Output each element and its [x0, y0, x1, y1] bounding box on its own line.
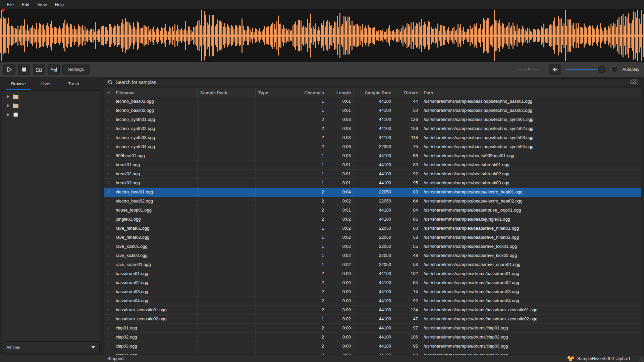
cell-type[interactable] — [256, 197, 297, 206]
cell-length[interactable]: 0:00 — [327, 297, 354, 306]
favorite-star-icon[interactable]: ☆ — [104, 106, 113, 115]
cell-bitrate[interactable]: 47 — [394, 315, 421, 324]
cell-type[interactable] — [256, 278, 297, 287]
cell-bitrate[interactable]: 102 — [394, 269, 421, 278]
settings-button[interactable]: Settings — [62, 64, 90, 75]
cell-filename[interactable]: bassdrum_acoustic01.ogg — [113, 306, 198, 315]
cell-path[interactable]: /usr/share/lmms/samples/bassloops/techno… — [421, 124, 641, 133]
cell-bitrate[interactable]: 68 — [394, 151, 421, 161]
cell-sample-rate[interactable]: 44100 — [354, 170, 394, 179]
cell-filename[interactable]: 909beat01.ogg — [113, 151, 198, 161]
cell-path[interactable]: /usr/share/lmms/samples/beats/electro_be… — [421, 197, 641, 206]
table-row[interactable]: ☆techno_bass02.ogg10:014410050/usr/share… — [104, 106, 641, 115]
cell-sample-rate[interactable]: 44100 — [354, 269, 394, 278]
cell-path[interactable]: /usr/share/lmms/samples/drums/bassdrum_a… — [421, 306, 641, 315]
table-row[interactable]: ☆electro_beat01.ogg20:042205083/usr/shar… — [104, 188, 641, 197]
cell-bitrate[interactable]: 48 — [394, 251, 421, 260]
cell-type[interactable] — [256, 224, 297, 233]
favorite-star-icon[interactable]: ☆ — [104, 306, 113, 315]
cell-type[interactable] — [256, 151, 297, 161]
cell-length[interactable]: 0:03 — [327, 133, 354, 142]
cell-bitrate[interactable]: 53 — [394, 260, 421, 269]
cell-path[interactable]: /usr/share/lmms/samples/drums/bassdrum_a… — [421, 315, 641, 324]
cell-sample-pack[interactable] — [198, 287, 256, 297]
menu-file[interactable]: File — [3, 1, 18, 8]
cell-length[interactable]: 0:01 — [327, 161, 354, 170]
favorite-star-icon[interactable]: ☆ — [104, 124, 113, 133]
cell-filename[interactable]: techno_synth01.ogg — [113, 115, 198, 124]
cell-sample-pack[interactable] — [198, 215, 256, 224]
favorite-star-icon[interactable]: ☆ — [104, 151, 113, 161]
cell-type[interactable] — [256, 133, 297, 142]
favorite-star-icon[interactable]: ☆ — [104, 115, 113, 124]
cell-channels[interactable]: 1 — [297, 224, 327, 233]
cell-sample-pack[interactable] — [198, 142, 256, 151]
menu-help[interactable]: Help — [51, 1, 68, 8]
favorite-star-icon[interactable]: ☆ — [104, 233, 113, 242]
cell-channels[interactable]: 2 — [297, 115, 327, 124]
cell-sample-rate[interactable]: 44100 — [354, 97, 394, 106]
cell-length[interactable]: 0:02 — [327, 315, 354, 324]
cell-path[interactable]: /usr/share/lmms/samples/bassloops/techno… — [421, 142, 641, 151]
cell-path[interactable]: /usr/share/lmms/samples/beats/rave_hihat… — [421, 233, 641, 242]
cell-bitrate[interactable]: 92 — [394, 170, 421, 179]
favorite-star-icon[interactable]: ☆ — [104, 315, 113, 324]
cell-bitrate[interactable]: 60 — [394, 224, 421, 233]
cell-length[interactable]: 0:01 — [327, 106, 354, 115]
cell-type[interactable] — [256, 170, 297, 179]
table-row[interactable]: ☆clap03.ogg20:004410095/usr/share/lmms/s… — [104, 342, 641, 351]
cell-channels[interactable]: 2 — [297, 215, 327, 224]
cell-filename[interactable]: bassdrum_acoustic02.ogg — [113, 315, 198, 324]
clear-search-icon[interactable]: ⌫ — [630, 79, 638, 86]
play-button[interactable] — [3, 64, 15, 75]
cell-sample-rate[interactable]: 22050 — [354, 142, 394, 151]
loop-ab-button[interactable]: A B — [48, 64, 60, 75]
table-row[interactable]: ☆techno_synth02.ogg20:0344100156/usr/sha… — [104, 124, 641, 133]
tree-item[interactable] — [2, 92, 101, 101]
favorite-star-icon[interactable]: ☆ — [104, 142, 113, 151]
table-row[interactable]: ☆break02.ogg10:014410092/usr/share/lmms/… — [104, 170, 641, 179]
cell-sample-pack[interactable] — [198, 306, 256, 315]
cell-type[interactable] — [256, 115, 297, 124]
column-sample-rate[interactable]: Sample Rate — [354, 88, 394, 97]
cell-path[interactable]: /usr/share/lmms/samples/beats/909beat01.… — [421, 151, 641, 161]
cell-bitrate[interactable]: 64 — [394, 197, 421, 206]
cell-bitrate[interactable]: 55 — [394, 242, 421, 251]
cell-channels[interactable]: 2 — [297, 324, 327, 333]
cell-bitrate[interactable]: 44 — [394, 97, 421, 106]
stop-button[interactable] — [18, 64, 30, 75]
cell-path[interactable]: /usr/share/lmms/samples/beats/break02.og… — [421, 170, 641, 179]
cell-type[interactable] — [256, 269, 297, 278]
cell-sample-pack[interactable] — [198, 188, 256, 197]
favorite-star-icon[interactable]: ☆ — [104, 179, 113, 188]
mute-button[interactable] — [549, 64, 561, 75]
cell-type[interactable] — [256, 161, 297, 170]
cell-channels[interactable]: 1 — [297, 233, 327, 242]
cell-sample-pack[interactable] — [198, 278, 256, 287]
favorite-star-icon[interactable]: ☆ — [104, 224, 113, 233]
cell-channels[interactable]: 2 — [297, 133, 327, 142]
cell-path[interactable]: /usr/share/lmms/samples/drums/bassdrum04… — [421, 297, 641, 306]
cell-length[interactable]: 0:00 — [327, 306, 354, 315]
cell-channels[interactable]: 1 — [297, 315, 327, 324]
cell-channels[interactable]: 2 — [297, 142, 327, 151]
tab-trash[interactable]: Trash — [60, 77, 87, 90]
table-row[interactable]: ☆bassdrum04.ogg20:004410092/usr/share/lm… — [104, 297, 641, 306]
cell-bitrate[interactable]: 84 — [394, 206, 421, 215]
cell-path[interactable]: /usr/share/lmms/samples/drums/clap03.ogg — [421, 342, 641, 351]
table-row[interactable]: ☆909beat01.ogg10:034410068/usr/share/lmm… — [104, 151, 641, 161]
cell-channels[interactable]: 2 — [297, 269, 327, 278]
favorite-star-icon[interactable]: ☆ — [104, 324, 113, 333]
table-row[interactable]: ☆house_loop01.ogg20:014410084/usr/share/… — [104, 206, 641, 215]
cell-bitrate[interactable]: 64 — [394, 278, 421, 287]
cell-filename[interactable]: techno_bass01.ogg — [113, 97, 198, 106]
cell-sample-rate[interactable]: 44100 — [354, 315, 394, 324]
cell-filename[interactable]: techno_bass02.ogg — [113, 106, 198, 115]
loop-button[interactable] — [33, 64, 45, 75]
cell-path[interactable]: /usr/share/lmms/samples/beats/rave_hihat… — [421, 224, 641, 233]
cell-length[interactable]: 0:01 — [327, 179, 354, 188]
menu-edit[interactable]: Edit — [18, 1, 33, 8]
cell-filename[interactable]: clap01.ogg — [113, 324, 198, 333]
table-row[interactable]: ☆break01.ogg10:014410083/usr/share/lmms/… — [104, 161, 641, 170]
cell-length[interactable]: 0:02 — [327, 224, 354, 233]
